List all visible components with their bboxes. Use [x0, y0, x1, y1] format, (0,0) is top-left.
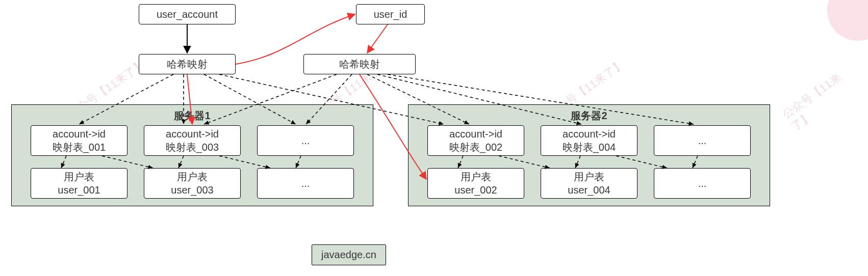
bg-pink-blob: [827, 0, 868, 41]
server2-row2-0: 用户表 user_002: [427, 168, 524, 199]
node-user-account: user_account: [139, 4, 236, 24]
server1-row1-1: account->id 映射表_003: [144, 125, 241, 156]
footer-link: javaedge.cn: [312, 244, 386, 265]
node-hash-left: 哈希映射: [139, 54, 236, 74]
server1-row2-0: 用户表 user_001: [31, 168, 127, 199]
server2-row1-2: ...: [654, 125, 751, 156]
watermark: 公众号【11来了】: [779, 59, 868, 134]
server1-row2-1: 用户表 user_003: [144, 168, 241, 199]
server1-row2-2: ...: [257, 168, 354, 199]
server2-row2-1: 用户表 user_004: [541, 168, 637, 199]
svg-line-1: [367, 24, 388, 53]
server1-row1-0: account->id 映射表_001: [31, 125, 127, 156]
server-2-title: 服务器2: [409, 109, 770, 123]
node-hash-right: 哈希映射: [303, 54, 416, 74]
server2-row1-0: account->id 映射表_002: [427, 125, 524, 156]
server-1-title: 服务器1: [12, 109, 373, 123]
server2-row1-1: account->id 映射表_004: [541, 125, 637, 156]
server2-row2-2: ...: [654, 168, 751, 199]
server1-row1-2: ...: [257, 125, 354, 156]
node-user-id: user_id: [356, 4, 425, 24]
